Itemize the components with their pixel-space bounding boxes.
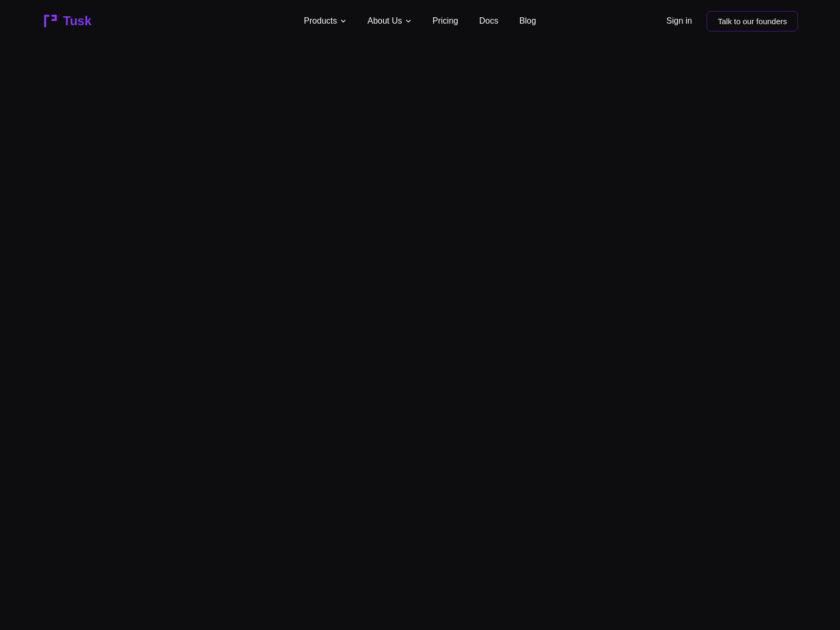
nav-about[interactable]: About Us bbox=[359, 12, 420, 30]
nav-pricing[interactable]: Pricing bbox=[424, 12, 467, 30]
nav-blog[interactable]: Blog bbox=[511, 12, 544, 30]
svg-rect-2 bbox=[44, 15, 46, 27]
logo-text: Tusk bbox=[63, 14, 91, 28]
pricing-label: Pricing bbox=[433, 16, 458, 26]
about-chevron-icon bbox=[405, 18, 412, 24]
sign-in-button[interactable]: Sign in bbox=[660, 12, 698, 30]
products-chevron-icon bbox=[340, 18, 346, 24]
navbar: Tusk Products About Us Pricing Docs Blog… bbox=[0, 0, 840, 42]
logo-link[interactable]: Tusk bbox=[42, 13, 91, 29]
talk-to-founders-button[interactable]: Talk to our founders bbox=[707, 11, 798, 32]
nav-actions: Sign in Talk to our founders bbox=[660, 11, 798, 32]
products-label: Products bbox=[304, 16, 337, 26]
docs-label: Docs bbox=[479, 16, 498, 26]
nav-center: Products About Us Pricing Docs Blog bbox=[296, 12, 544, 30]
blog-label: Blog bbox=[519, 16, 536, 26]
svg-rect-5 bbox=[51, 19, 57, 21]
nav-products[interactable]: Products bbox=[296, 12, 355, 30]
tusk-logo-icon bbox=[42, 13, 59, 29]
main-content bbox=[0, 42, 840, 630]
nav-docs[interactable]: Docs bbox=[471, 12, 507, 30]
about-label: About Us bbox=[368, 16, 402, 26]
